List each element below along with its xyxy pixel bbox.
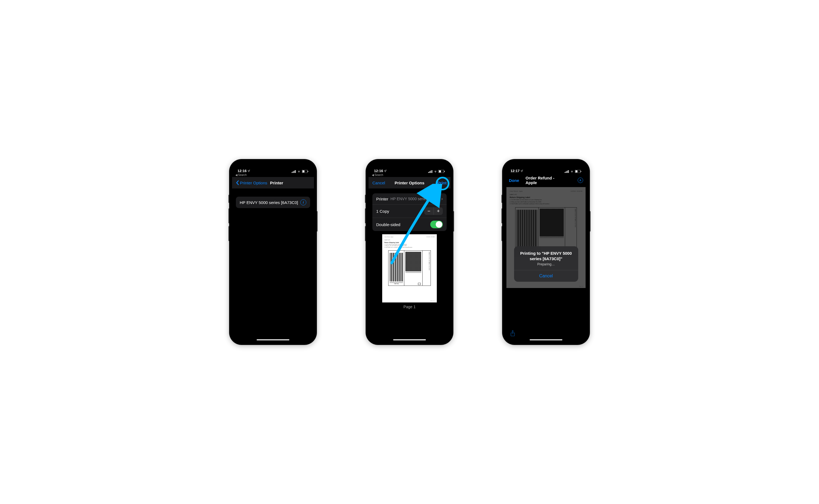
doc-header-left: Order Refund - Apple <box>384 236 393 238</box>
svg-rect-7 <box>428 172 429 173</box>
svg-rect-20 <box>575 170 577 172</box>
page-number-label: Page 1 <box>403 305 416 309</box>
double-sided-label: Double-sided <box>376 222 400 227</box>
barcode-icon <box>390 253 403 281</box>
copies-stepper: − + <box>424 207 443 215</box>
printer-value: HP ENVY 5000 series [6A73C0] <box>390 197 440 201</box>
doc-step3: 3. Visit FedEx.com to schedule a pickup … <box>384 247 435 248</box>
location-icon <box>384 170 387 172</box>
svg-rect-12 <box>439 170 441 172</box>
printer-select-row[interactable]: Printer HP ENVY 5000 series [6A73C0] › <box>372 193 447 204</box>
double-sided-row: Double-sided <box>372 218 447 231</box>
fedex-logo-icon <box>418 283 421 285</box>
breadcrumb-caret: ◀ <box>235 173 238 176</box>
text-format-icon: A <box>578 178 583 183</box>
qr-code-icon <box>405 252 421 271</box>
breadcrumb[interactable]: ◀ Search <box>369 173 450 177</box>
decrement-button[interactable]: − <box>424 207 434 215</box>
addr-line-2: 1620 SAWMILL HOLLOW DR <box>429 259 430 270</box>
location-icon <box>247 170 250 172</box>
nav-back-label: Printer Options <box>240 181 267 185</box>
alert-title: Printing to "HP ENVY 5000 series [6A73C0… <box>518 251 574 261</box>
wifi-icon <box>434 170 437 173</box>
svg-rect-1 <box>293 171 294 173</box>
doc-header-right: 11/25/20, 10:26 AM <box>426 236 435 238</box>
svg-rect-3 <box>295 170 296 173</box>
svg-rect-16 <box>566 171 567 173</box>
phones-row: 12:16 ◀ Search Printer Options Printer <box>229 159 590 345</box>
home-indicator[interactable] <box>393 339 426 340</box>
nav-bar: Printer Options Printer <box>232 177 314 188</box>
nav-back-button[interactable]: Printer Options <box>236 180 267 185</box>
copies-label: 1 Copy <box>376 209 389 214</box>
svg-rect-9 <box>431 170 431 173</box>
battery-icon <box>302 170 309 173</box>
share-icon[interactable] <box>510 330 515 337</box>
shipping-label: 7199 7744 LEBANON TN <box>388 250 431 286</box>
print-label: Print <box>437 181 447 185</box>
svg-rect-5 <box>303 170 304 172</box>
alert-subtitle: Preparing… <box>518 262 574 266</box>
print-button[interactable]: Print <box>437 181 447 185</box>
breadcrumb-caret: ◀ <box>372 173 374 176</box>
location-icon <box>520 170 523 172</box>
status-time: 12:17 <box>510 169 519 173</box>
phone-frame-1: 12:16 ◀ Search Printer Options Printer <box>229 159 317 345</box>
chevron-left-icon <box>236 180 239 185</box>
doc-footer-page: Page 1 of 1 <box>431 300 435 301</box>
tracking-number: 7199 7744 <box>390 283 403 284</box>
status-time: 12:16 <box>238 169 247 173</box>
alert-cancel-label: Cancel <box>539 274 553 278</box>
page-thumbnail[interactable]: Order Refund - Apple 11/25/20, 10:26 AM … <box>382 234 437 302</box>
nav-bar: Done Order Refund - Apple A <box>505 175 587 186</box>
home-indicator[interactable] <box>257 339 289 340</box>
preview-area: Order Refund - Apple 11/25/20, 10:26 AM … <box>369 234 450 342</box>
modal-backdrop: Printing to "HP ENVY 5000 series [6A73C0… <box>505 186 587 342</box>
breadcrumb-label: Search <box>238 173 247 176</box>
svg-rect-17 <box>567 170 568 173</box>
status-time: 12:16 <box>374 169 383 173</box>
info-icon[interactable]: i <box>300 199 306 205</box>
svg-rect-8 <box>429 171 430 173</box>
print-settings-section: Printer HP ENVY 5000 series [6A73C0] › 1… <box>372 193 447 231</box>
svg-rect-6 <box>308 171 308 172</box>
home-indicator[interactable] <box>530 339 562 340</box>
printer-row[interactable]: HP ENVY 5000 series [6A73C0] i <box>236 197 310 208</box>
doc-title: Return Shipping Label <box>384 242 435 243</box>
printing-alert: Printing to "HP ENVY 5000 series [6A73C0… <box>514 246 578 282</box>
phone-frame-3: 12:17 Done Order Refund - Apple A <box>502 159 590 345</box>
breadcrumb-label: Search <box>375 173 383 176</box>
signal-icon <box>428 170 432 173</box>
nav-bar: Cancel Printer Options Print <box>369 177 450 188</box>
printer-name: HP ENVY 5000 series [6A73C0] <box>240 200 298 205</box>
increment-button[interactable]: + <box>434 207 443 215</box>
printer-list-section: HP ENVY 5000 series [6A73C0] i <box>236 197 310 208</box>
wifi-icon <box>570 170 574 173</box>
nav-title: Printer Options <box>394 181 424 185</box>
svg-rect-2 <box>294 170 295 173</box>
battery-icon <box>438 170 445 173</box>
double-sided-toggle[interactable] <box>430 221 443 228</box>
done-button[interactable]: Done <box>509 178 519 183</box>
wifi-icon <box>297 170 301 173</box>
text-format-button[interactable]: A <box>578 178 583 183</box>
svg-rect-21 <box>581 171 581 172</box>
chevron-right-icon: › <box>441 196 443 202</box>
svg-rect-0 <box>292 172 293 173</box>
battery-icon <box>575 170 581 173</box>
signal-icon <box>292 170 296 173</box>
addr-line-1: LEBANON TN 37090 <box>429 251 430 259</box>
svg-rect-13 <box>444 171 445 172</box>
done-label: Done <box>509 178 519 183</box>
svg-rect-10 <box>432 170 432 173</box>
printer-label: Printer <box>376 197 388 201</box>
cancel-button[interactable]: Cancel <box>372 181 385 185</box>
nav-title: Printer <box>270 181 283 185</box>
alert-cancel-button[interactable]: Cancel <box>514 270 578 282</box>
signal-icon <box>564 170 569 173</box>
cancel-label: Cancel <box>372 181 385 185</box>
svg-rect-15 <box>565 172 566 173</box>
doc-label-count: Label 1 of 1 <box>384 239 435 241</box>
copies-row: 1 Copy − + <box>372 204 447 218</box>
breadcrumb[interactable]: ◀ Search <box>232 173 314 177</box>
